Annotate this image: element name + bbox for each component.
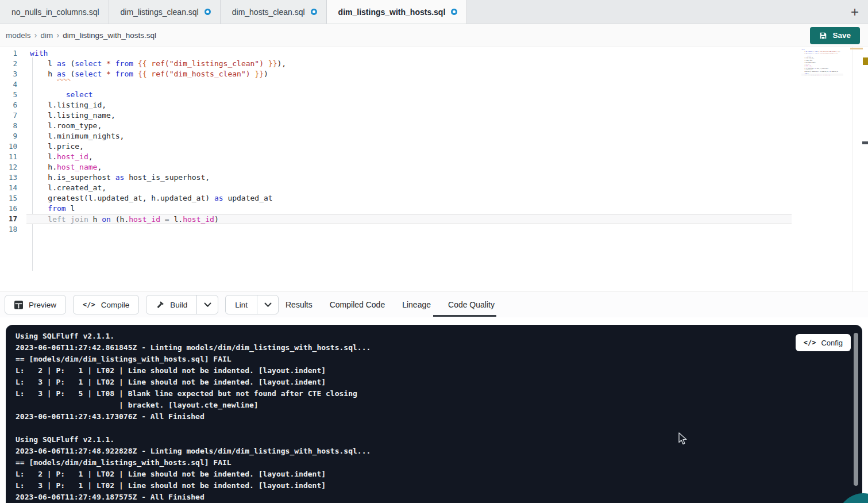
lint-dropdown-button[interactable]: [257, 295, 278, 314]
plus-icon: +: [851, 4, 859, 20]
line-number: 8: [0, 121, 26, 131]
lint-warning-marker[interactable]: [863, 57, 868, 65]
preview-label: Preview: [29, 301, 56, 309]
line-number: 5: [0, 90, 26, 100]
compile-button[interactable]: </> Compile: [73, 295, 139, 314]
file-tab[interactable]: dim_hosts_clean.sql: [221, 0, 327, 24]
code-line: l.minimum_nights,: [26, 131, 792, 141]
code-line: greatest(l.updated_at, h.updated_at) as …: [26, 193, 792, 203]
lint-split-button: Lint: [225, 295, 279, 314]
file-tabs: no_nulls_in_columns.sqldim_listings_clea…: [0, 0, 467, 24]
save-button-label: Save: [832, 31, 851, 40]
code-line: select: [26, 90, 792, 100]
code-line: l as (select * from {{ ref("dim_listings…: [26, 59, 792, 69]
result-tab-bar: ResultsCompiled CodeLineageCode Quality: [286, 291, 495, 317]
code-brackets-icon: </>: [804, 339, 816, 347]
file-tab-label: dim_listings_clean.sql: [121, 7, 199, 17]
save-button[interactable]: Save: [810, 27, 860, 44]
editor-minimap-divider: [852, 47, 853, 291]
terminal-line: 2023-06-06T11:27:42.861845Z - Linting mo…: [16, 342, 839, 354]
code-line: from l: [26, 203, 792, 214]
preview-button[interactable]: Preview: [5, 295, 66, 314]
hammer-icon: [156, 301, 164, 309]
code-line: l.created_at,: [26, 183, 792, 193]
table-grid-icon: [14, 301, 23, 309]
config-label: Config: [821, 339, 843, 347]
chevron-right-icon: ›: [34, 30, 37, 40]
line-number: 12: [0, 162, 26, 172]
result-tab-code-quality[interactable]: Code Quality: [448, 300, 495, 309]
terminal-line: | bracket. [layout.cte_newline]: [16, 400, 839, 411]
chevron-right-icon: ›: [56, 30, 59, 40]
chevron-down-icon: [264, 302, 272, 308]
terminal-line: == [models/dim/dim_listings_with_hosts.s…: [16, 354, 839, 365]
save-floppy-icon: [819, 32, 827, 40]
terminal-scrollbar-thumb[interactable]: [854, 333, 858, 486]
code-line: with: [26, 48, 792, 59]
modified-dot-icon: [205, 9, 211, 15]
lint-label: Lint: [235, 301, 248, 309]
file-tab-label: dim_listings_with_hosts.sql: [338, 7, 446, 17]
terminal-line: L: 2 | P: 1 | LT02 | Line should not be …: [16, 365, 839, 377]
breadcrumb: models › dim › dim_listings_with_hosts.s…: [6, 31, 156, 40]
editor-minimap[interactable]: with l as (select * from {{ ref("dim_lis…: [797, 49, 843, 118]
file-tab[interactable]: dim_listings_clean.sql: [109, 0, 221, 24]
terminal-line: Using SQLFluff v2.1.1.: [16, 434, 839, 446]
code-line: l.host_id,: [26, 152, 792, 162]
terminal-line: L: 3 | P: 5 | LT08 | Blank line expected…: [16, 388, 839, 400]
code-line: left join h on (h.host_id = l.host_id): [26, 214, 792, 224]
result-tab-results[interactable]: Results: [286, 300, 313, 309]
modified-dot-icon: [311, 9, 317, 15]
compile-label: Compile: [101, 301, 130, 309]
code-brackets-icon: </>: [83, 301, 95, 309]
result-tab-compiled-code[interactable]: Compiled Code: [330, 300, 385, 309]
build-dropdown-button[interactable]: [196, 295, 218, 314]
code-line: l.listing_name,: [26, 110, 792, 121]
code-content[interactable]: with l as (select * from {{ ref("dim_lis…: [801, 49, 843, 77]
breadcrumb-models[interactable]: models: [6, 31, 31, 40]
path-bar: models › dim › dim_listings_with_hosts.s…: [0, 24, 868, 47]
line-number: 13: [0, 172, 26, 183]
code-line: h.host_name,: [26, 162, 792, 172]
terminal-line: 2023-06-06T11:27:48.922828Z - Linting mo…: [16, 446, 839, 457]
modified-dot-icon: [451, 9, 457, 15]
terminal-line: L: 3 | P: 1 | LT02 | Line should not be …: [16, 377, 839, 388]
build-label: Build: [170, 301, 187, 309]
result-tab-lineage[interactable]: Lineage: [402, 300, 431, 309]
file-tab[interactable]: dim_listings_with_hosts.sql: [327, 0, 468, 24]
line-number: 3: [0, 69, 26, 79]
new-tab-button[interactable]: +: [842, 0, 868, 24]
file-tab[interactable]: no_nulls_in_columns.sql: [0, 0, 109, 24]
build-split-button: Build: [146, 295, 218, 314]
terminal-line: 2023-06-06T11:27:43.173076Z - All Finish…: [16, 411, 839, 423]
file-tab-label: no_nulls_in_columns.sql: [11, 7, 99, 17]
file-tab-bar: no_nulls_in_columns.sqldim_listings_clea…: [0, 0, 868, 24]
line-number-gutter: 123456789101112131415161718: [0, 48, 26, 235]
lint-button[interactable]: Lint: [226, 295, 257, 314]
terminal-line: L: 2 | P: 1 | LT02 | Line should not be …: [16, 469, 839, 480]
code-line: l.room_type,: [26, 121, 792, 131]
line-number: 17: [0, 214, 26, 224]
terminal-line: 2023-06-06T11:27:49.187575Z - All Finish…: [16, 492, 839, 503]
file-tab-label: dim_hosts_clean.sql: [232, 7, 305, 17]
breadcrumb-file: dim_listings_with_hosts.sql: [63, 31, 156, 40]
code-line: h as (select * from {{ ref("dim_hosts_cl…: [801, 52, 843, 54]
lint-config-button[interactable]: </> Config: [796, 334, 851, 351]
breadcrumb-dim[interactable]: dim: [41, 31, 53, 40]
line-number: 18: [0, 224, 26, 235]
terminal-line: Using SQLFluff v2.1.1.: [16, 331, 839, 342]
code-content[interactable]: with l as (select * from {{ ref("dim_lis…: [26, 48, 792, 235]
line-number: 4: [0, 79, 26, 90]
line-number: 14: [0, 183, 26, 193]
code-line: [26, 224, 792, 235]
code-line: [801, 75, 843, 77]
line-number: 6: [0, 100, 26, 110]
code-editor[interactable]: 123456789101112131415161718 with l as (s…: [0, 47, 868, 291]
line-number: 1: [0, 48, 26, 59]
code-line: l.price,: [26, 141, 792, 152]
code-line: [26, 79, 792, 90]
line-number: 11: [0, 152, 26, 162]
cursor-position-marker[interactable]: [862, 141, 868, 144]
build-button[interactable]: Build: [146, 295, 196, 314]
terminal-line: == [models/dim/dim_listings_with_hosts.s…: [16, 457, 839, 469]
